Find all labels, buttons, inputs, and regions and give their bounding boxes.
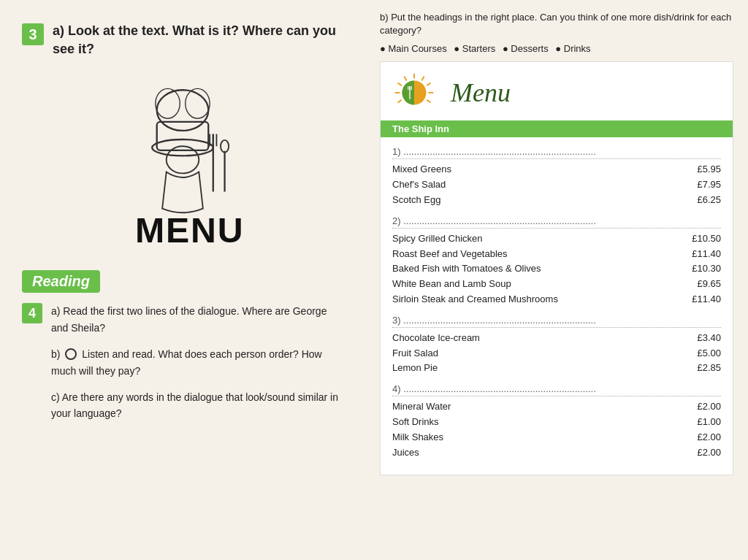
section-1-number: 1) .....................................… [392, 146, 721, 159]
svg-point-11 [221, 140, 229, 153]
menu-item: Mixed Greens £5.95 [392, 162, 721, 177]
menu-item: Spicy Grilled Chicken £10.50 [392, 231, 721, 247]
sub-q-a: a) Read the first two lines of the dialo… [51, 303, 343, 336]
reading-header: Reading [22, 270, 100, 293]
sub-q-c: c) Are there any words in the dialogue t… [51, 389, 343, 422]
svg-line-17 [427, 100, 430, 103]
menu-section-2: 2) .....................................… [392, 215, 721, 307]
svg-line-14 [422, 77, 424, 81]
menu-section-3: 3) .....................................… [392, 315, 721, 376]
svg-point-2 [157, 91, 209, 131]
audio-icon [65, 348, 77, 360]
menu-item: Chocolate Ice-cream £3.40 [392, 331, 721, 346]
menu-section-4: 4) .....................................… [392, 383, 721, 460]
bullet-desserts: ● Desserts [503, 43, 549, 54]
menu-card: Menu The Ship Inn 1) ...................… [380, 61, 733, 475]
question-3-text: a) Look at the text. What is it? Where c… [53, 22, 343, 58]
chef-illustration: MENU [22, 73, 343, 263]
roast-beef-item: Roast Beef and Vegetables £11.40 [392, 247, 721, 262]
svg-line-18 [398, 83, 402, 86]
menu-item: Fruit Salad £5.00 [392, 346, 721, 361]
section-2-number: 2) .....................................… [392, 215, 721, 229]
svg-line-21 [405, 77, 407, 81]
menu-item: Chef's Salad £7.95 [392, 177, 721, 193]
menu-section-1: 1) .....................................… [392, 146, 721, 207]
section-4-number: 4) .....................................… [392, 383, 721, 396]
svg-text:MENU: MENU [135, 211, 245, 250]
section-3-number: 3) .....................................… [392, 315, 721, 328]
menu-item: Lemon Pie £2.85 [392, 361, 721, 376]
menu-content: 1) .....................................… [381, 143, 733, 475]
svg-line-15 [427, 83, 430, 86]
menu-item: Juices £2.00 [392, 445, 721, 461]
ship-inn-bar: The Ship Inn [381, 120, 733, 137]
bullet-drinks: ● Drinks [555, 43, 590, 54]
question-3-block: 3 a) Look at the text. What is it? Where… [22, 22, 343, 58]
menu-header: Menu [381, 62, 733, 120]
categories-line: ● Main Courses ● Starters ● Desserts ● D… [380, 43, 733, 54]
sub-questions: a) Read the first two lines of the dialo… [51, 303, 343, 431]
bullet-starters: ● Starters [454, 43, 495, 54]
sub-q-b: b) Listen and read. What does each perso… [51, 346, 343, 379]
svg-line-20 [398, 100, 402, 103]
menu-item: Scotch Egg £6.25 [392, 193, 721, 208]
sun-logo [392, 71, 436, 115]
menu-item: Mineral Water £2.00 [392, 399, 721, 415]
menu-title: Menu [451, 77, 511, 108]
menu-item: White Bean and Lamb Soup £9.65 [392, 277, 721, 292]
menu-item: Baked Fish with Tomatoes & Olives £10.30 [392, 261, 721, 277]
menu-item: Soft Drinks £1.00 [392, 415, 721, 430]
question-3-number: 3 [22, 23, 44, 45]
left-panel: 3 a) Look at the text. What is it? Where… [0, 0, 365, 560]
svg-point-0 [152, 139, 213, 156]
right-panel: b) Put the headings in the right place. … [365, 0, 748, 560]
menu-item: Sirloin Steak and Creamed Mushrooms £11.… [392, 292, 721, 307]
menu-item: Milk Shakes £2.00 [392, 430, 721, 445]
question-4-number: 4 [22, 303, 42, 323]
instruction-text: b) Put the headings in the right place. … [380, 11, 733, 37]
question-4-block: 4 a) Read the first two lines of the dia… [22, 303, 343, 431]
bullet-main-courses: ● Main Courses [380, 43, 447, 54]
